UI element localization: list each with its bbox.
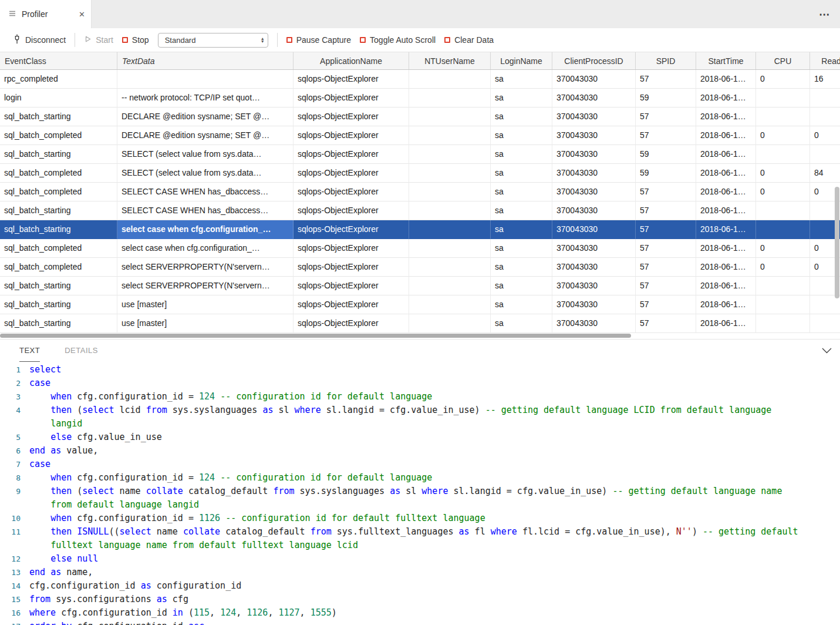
horizontal-scrollbar[interactable]: [0, 333, 840, 339]
table-row[interactable]: sql_batch_completedSELECT (select value …: [0, 164, 840, 183]
grid-cell[interactable]: 370043030: [552, 201, 636, 220]
grid-cell[interactable]: sa: [491, 220, 552, 239]
grid-cell[interactable]: sa: [491, 239, 552, 258]
grid-cell[interactable]: sa: [491, 126, 552, 145]
grid-cell[interactable]: sql_batch_completed: [0, 239, 117, 258]
grid-cell[interactable]: 59: [636, 89, 696, 107]
grid-cell[interactable]: SELECT CASE WHEN has_dbaccess…: [117, 201, 294, 220]
column-header-ntusername[interactable]: NTUserName: [409, 52, 491, 69]
table-row[interactable]: sql_batch_startingDECLARE @edition sysna…: [0, 107, 840, 126]
grid-cell[interactable]: sql_batch_completed: [0, 258, 117, 277]
grid-cell[interactable]: sa: [491, 314, 552, 333]
grid-cell[interactable]: sqlops-ObjectExplorer: [294, 239, 409, 258]
grid-cell[interactable]: 2018-06-1…: [696, 258, 756, 277]
table-row[interactable]: login-- network protocol: TCP/IP set quo…: [0, 89, 840, 107]
grid-cell[interactable]: 59: [636, 164, 696, 183]
grid-cell[interactable]: 2018-06-1…: [696, 89, 756, 107]
column-header-cpu[interactable]: CPU: [756, 52, 810, 69]
grid-cell[interactable]: sa: [491, 258, 552, 277]
table-row[interactable]: sql_batch_startinguse [master]sqlops-Obj…: [0, 295, 840, 314]
start-button[interactable]: Start: [84, 35, 113, 45]
grid-cell[interactable]: 0: [756, 164, 810, 183]
grid-cell[interactable]: 370043030: [552, 183, 636, 201]
pause-capture-button[interactable]: Pause Capture: [286, 35, 351, 45]
grid-cell[interactable]: 0: [756, 258, 810, 277]
grid-cell[interactable]: rpc_completed: [0, 70, 117, 89]
grid-cell[interactable]: sa: [491, 164, 552, 183]
grid-cell[interactable]: 2018-06-1…: [696, 295, 756, 314]
grid-cell[interactable]: 57: [636, 258, 696, 277]
grid-cell[interactable]: [756, 220, 810, 239]
grid-cell[interactable]: sqlops-ObjectExplorer: [294, 164, 409, 183]
grid-cell[interactable]: select case when cfg.configuration_…: [117, 239, 294, 258]
grid-cell[interactable]: 57: [636, 70, 696, 89]
grid-cell[interactable]: sa: [491, 201, 552, 220]
grid-cell[interactable]: sqlops-ObjectExplorer: [294, 70, 409, 89]
grid-cell[interactable]: sa: [491, 70, 552, 89]
grid-cell[interactable]: [409, 70, 491, 89]
grid-cell[interactable]: 370043030: [552, 164, 636, 183]
horizontal-scrollbar-thumb[interactable]: [0, 334, 631, 338]
chevron-down-icon[interactable]: [822, 348, 832, 354]
grid-cell[interactable]: [756, 107, 810, 126]
vertical-scrollbar[interactable]: [834, 70, 840, 333]
grid-cell[interactable]: [409, 314, 491, 333]
grid-cell[interactable]: sa: [491, 145, 552, 164]
table-row[interactable]: rpc_completedsqlops-ObjectExplorersa3700…: [0, 70, 840, 89]
grid-cell[interactable]: [756, 145, 810, 164]
grid-cell[interactable]: 370043030: [552, 126, 636, 145]
grid-cell[interactable]: [409, 107, 491, 126]
close-tab-icon[interactable]: ✕: [79, 10, 85, 19]
grid-cell[interactable]: 57: [636, 183, 696, 201]
grid-cell[interactable]: select SERVERPROPERTY(N'servern…: [117, 277, 294, 295]
grid-cell[interactable]: sql_batch_completed: [0, 183, 117, 201]
column-header-textdata[interactable]: TextData: [117, 52, 294, 69]
grid-cell[interactable]: sqlops-ObjectExplorer: [294, 183, 409, 201]
grid-cell[interactable]: 0: [756, 70, 810, 89]
table-row[interactable]: sql_batch_completedSELECT CASE WHEN has_…: [0, 183, 840, 201]
grid-cell[interactable]: sql_batch_starting: [0, 220, 117, 239]
grid-cell[interactable]: [756, 295, 810, 314]
grid-cell[interactable]: DECLARE @edition sysname; SET @…: [117, 126, 294, 145]
tab-details[interactable]: DETAILS: [65, 340, 98, 362]
grid-cell[interactable]: sa: [491, 107, 552, 126]
grid-cell[interactable]: 0: [756, 183, 810, 201]
grid-cell[interactable]: [409, 201, 491, 220]
grid-cell[interactable]: sqlops-ObjectExplorer: [294, 277, 409, 295]
grid-cell[interactable]: sqlops-ObjectExplorer: [294, 107, 409, 126]
grid-cell[interactable]: sa: [491, 183, 552, 201]
grid-cell[interactable]: [409, 183, 491, 201]
grid-cell[interactable]: 57: [636, 314, 696, 333]
grid-cell[interactable]: 57: [636, 107, 696, 126]
column-header-applicationname[interactable]: ApplicationName: [294, 52, 409, 69]
column-header-spid[interactable]: SPID: [636, 52, 696, 69]
grid-cell[interactable]: sqlops-ObjectExplorer: [294, 89, 409, 107]
table-row[interactable]: sql_batch_startingSELECT CASE WHEN has_d…: [0, 201, 840, 220]
grid-cell[interactable]: -- network protocol: TCP/IP set quot…: [117, 89, 294, 107]
column-header-reads[interactable]: Reads: [810, 52, 840, 69]
grid-cell[interactable]: [409, 239, 491, 258]
grid-cell[interactable]: [409, 126, 491, 145]
grid-cell[interactable]: [409, 164, 491, 183]
grid-cell[interactable]: sql_batch_starting: [0, 295, 117, 314]
grid-cell[interactable]: SELECT (select value from sys.data…: [117, 164, 294, 183]
grid-cell[interactable]: 2018-06-1…: [696, 126, 756, 145]
column-header-starttime[interactable]: StartTime: [696, 52, 756, 69]
table-row[interactable]: sql_batch_completedselect case when cfg.…: [0, 239, 840, 258]
grid-cell[interactable]: sql_batch_starting: [0, 145, 117, 164]
grid-cell[interactable]: [409, 295, 491, 314]
grid-cell[interactable]: use [master]: [117, 295, 294, 314]
grid-cell[interactable]: 57: [636, 220, 696, 239]
grid-cell[interactable]: sql_batch_completed: [0, 164, 117, 183]
table-row[interactable]: sql_batch_startingSELECT (select value f…: [0, 145, 840, 164]
grid-cell[interactable]: sqlops-ObjectExplorer: [294, 258, 409, 277]
stop-button[interactable]: Stop: [122, 35, 149, 45]
grid-cell[interactable]: [117, 70, 294, 89]
grid-cell[interactable]: select SERVERPROPERTY(N'servern…: [117, 258, 294, 277]
grid-cell[interactable]: sa: [491, 295, 552, 314]
column-header-eventclass[interactable]: EventClass: [0, 52, 117, 69]
tab-text[interactable]: TEXT: [19, 340, 40, 362]
grid-cell[interactable]: 370043030: [552, 107, 636, 126]
grid-cell[interactable]: 57: [636, 239, 696, 258]
clear-data-button[interactable]: Clear Data: [444, 35, 494, 45]
